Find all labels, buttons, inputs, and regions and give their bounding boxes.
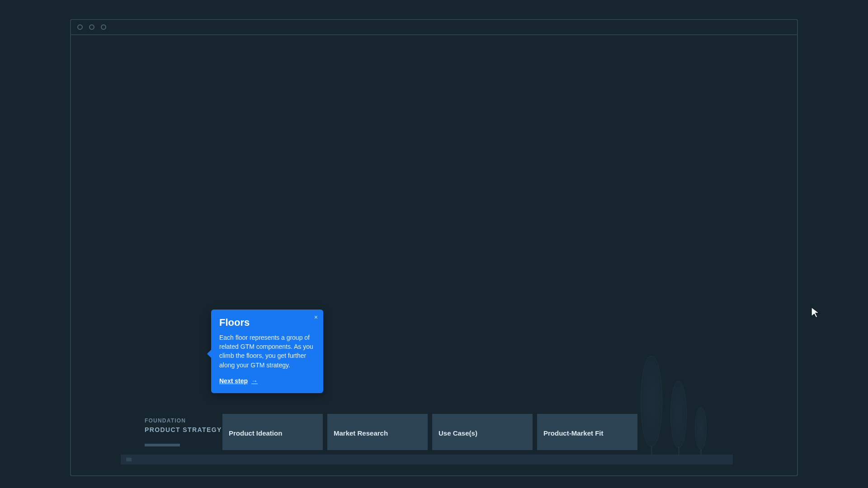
floor-eyebrow: FOUNDATION <box>145 418 235 424</box>
traffic-light-minimize-icon[interactable] <box>89 24 94 30</box>
floor-cards-row: Product Ideation Market Research Use Cas… <box>222 414 637 450</box>
floor-heading: FOUNDATION PRODUCT STRATEGY <box>145 418 235 446</box>
arrow-right-icon: → <box>251 377 258 385</box>
cursor-icon <box>811 306 821 321</box>
floor-title: PRODUCT STRATEGY <box>145 426 222 433</box>
floor-card-label: Use Case(s) <box>439 429 477 437</box>
floor-card[interactable]: Product Ideation <box>222 414 323 450</box>
floor-card[interactable]: Market Research <box>327 414 428 450</box>
popover-title: Floors <box>219 317 315 328</box>
tree-icon <box>670 381 687 455</box>
ground-strip <box>121 455 733 465</box>
floor-underline <box>145 444 180 446</box>
trees-decoration <box>641 356 707 455</box>
floor-card-label: Product-Market Fit <box>543 429 604 437</box>
traffic-light-close-icon[interactable] <box>77 24 83 30</box>
popover-body: Each floor represents a group of related… <box>219 333 315 370</box>
window-titlebar <box>71 20 797 35</box>
traffic-light-zoom-icon[interactable] <box>101 24 106 30</box>
floor-card[interactable]: Use Case(s) <box>432 414 533 450</box>
next-step-link[interactable]: Next step → <box>219 377 258 385</box>
tree-icon <box>695 408 707 455</box>
coachmark-popover: × Floors Each floor represents a group o… <box>211 310 323 393</box>
floor-card-label: Market Research <box>334 429 388 437</box>
canvas-stage: × Floors Each floor represents a group o… <box>71 36 797 475</box>
close-icon[interactable]: × <box>314 314 318 320</box>
floor-card[interactable]: Product-Market Fit <box>537 414 637 450</box>
app-window: × Floors Each floor represents a group o… <box>70 19 798 476</box>
floor-card-label: Product Ideation <box>229 429 282 437</box>
next-step-label: Next step <box>219 377 248 385</box>
tree-icon <box>641 356 662 455</box>
popover-arrow-icon <box>207 349 212 358</box>
